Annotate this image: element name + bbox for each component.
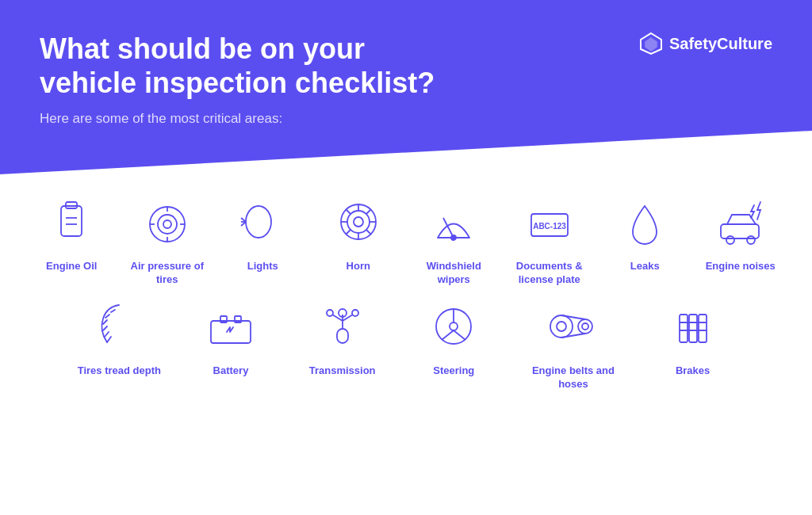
- svg-line-54: [561, 315, 585, 319]
- brakes-label: Brakes: [676, 364, 710, 378]
- svg-rect-58: [699, 315, 707, 342]
- item-transmission: Transmission: [299, 295, 386, 378]
- item-battery: Battery: [187, 295, 274, 378]
- svg-point-8: [163, 220, 171, 228]
- transmission-icon: [311, 295, 374, 358]
- svg-marker-1: [645, 38, 657, 51]
- svg-line-48: [442, 330, 454, 340]
- svg-line-55: [561, 334, 585, 338]
- item-horn: Horn: [315, 190, 402, 273]
- svg-point-33: [726, 236, 734, 244]
- svg-line-25: [366, 209, 371, 214]
- engine-noises-label: Engine noises: [706, 260, 776, 273]
- engine-belts-icon: [542, 295, 605, 358]
- svg-point-13: [246, 206, 271, 238]
- svg-point-44: [352, 310, 358, 316]
- svg-rect-2: [61, 206, 82, 236]
- documents-label: Documents & license plate: [506, 260, 593, 287]
- item-windshield-wipers: Windshield wipers: [410, 190, 497, 287]
- svg-point-51: [578, 319, 592, 334]
- svg-line-49: [454, 330, 465, 340]
- leaks-icon: [613, 190, 676, 254]
- svg-point-7: [158, 215, 177, 234]
- svg-point-6: [150, 207, 185, 242]
- item-lights: Lights: [219, 190, 306, 273]
- svg-rect-57: [689, 315, 697, 342]
- battery-icon: [199, 295, 262, 358]
- air-pressure-icon: [136, 190, 199, 254]
- svg-line-41: [332, 315, 343, 321]
- row-2: Tires tread depth Battery: [24, 295, 788, 391]
- lights-icon: [231, 190, 294, 254]
- engine-oil-icon: [40, 190, 103, 254]
- content-area: Engine Oil Air pressure of tires: [0, 174, 812, 399]
- svg-point-34: [747, 236, 755, 244]
- engine-belts-label: Engine belts and hoses: [522, 364, 625, 391]
- svg-line-43: [343, 315, 353, 321]
- svg-point-42: [327, 310, 333, 316]
- item-air-pressure: Air pressure of tires: [124, 190, 211, 287]
- svg-point-19: [354, 217, 363, 227]
- svg-point-53: [582, 323, 588, 330]
- svg-point-52: [557, 322, 566, 331]
- tires-tread-label: Tires tread depth: [78, 364, 161, 378]
- horn-icon: [327, 190, 390, 254]
- steering-icon: [422, 295, 485, 358]
- brakes-icon: [661, 295, 725, 358]
- item-engine-oil: Engine Oil: [28, 190, 115, 273]
- item-brakes: Brakes: [649, 295, 737, 378]
- engine-oil-label: Engine Oil: [46, 260, 97, 273]
- svg-line-24: [346, 209, 350, 214]
- steering-label: Steering: [433, 364, 474, 378]
- documents-icon: ABC-123: [518, 190, 581, 254]
- windshield-wipers-label: Windshield wipers: [410, 260, 497, 287]
- svg-text:ABC-123: ABC-123: [533, 222, 566, 231]
- lights-label: Lights: [247, 260, 278, 273]
- svg-point-46: [450, 322, 458, 330]
- header: SafetyCulture What should be on your veh…: [0, 0, 812, 174]
- svg-point-18: [347, 211, 370, 233]
- horn-label: Horn: [347, 260, 370, 273]
- item-engine-belts: Engine belts and hoses: [522, 295, 625, 391]
- svg-point-29: [451, 235, 456, 240]
- svg-line-26: [346, 230, 350, 235]
- windshield-wipers-icon: [422, 190, 485, 254]
- item-tires-tread: Tires tread depth: [75, 295, 163, 378]
- air-pressure-label: Air pressure of tires: [124, 260, 211, 287]
- engine-noises-icon: [709, 190, 772, 254]
- row-1: Engine Oil Air pressure of tires: [24, 190, 788, 287]
- page-subtitle: Here are some of the most critical areas…: [40, 111, 772, 127]
- tires-tread-icon: [87, 295, 151, 358]
- transmission-label: Transmission: [309, 364, 376, 378]
- svg-rect-38: [337, 329, 348, 343]
- item-engine-noises: Engine noises: [697, 190, 784, 273]
- battery-label: Battery: [213, 364, 249, 378]
- item-documents: ABC-123 Documents & license plate: [506, 190, 593, 287]
- logo: SafetyCulture: [639, 32, 772, 55]
- item-steering: Steering: [410, 295, 497, 378]
- svg-rect-3: [66, 202, 77, 208]
- logo-text: SafetyCulture: [669, 35, 772, 53]
- item-leaks: Leaks: [601, 190, 688, 273]
- leaks-label: Leaks: [630, 260, 660, 273]
- items-grid: Engine Oil Air pressure of tires: [24, 190, 788, 391]
- svg-point-50: [550, 315, 573, 338]
- page-title: What should be on your vehicle inspectio…: [40, 32, 452, 100]
- svg-line-27: [366, 230, 371, 235]
- svg-rect-56: [680, 315, 688, 342]
